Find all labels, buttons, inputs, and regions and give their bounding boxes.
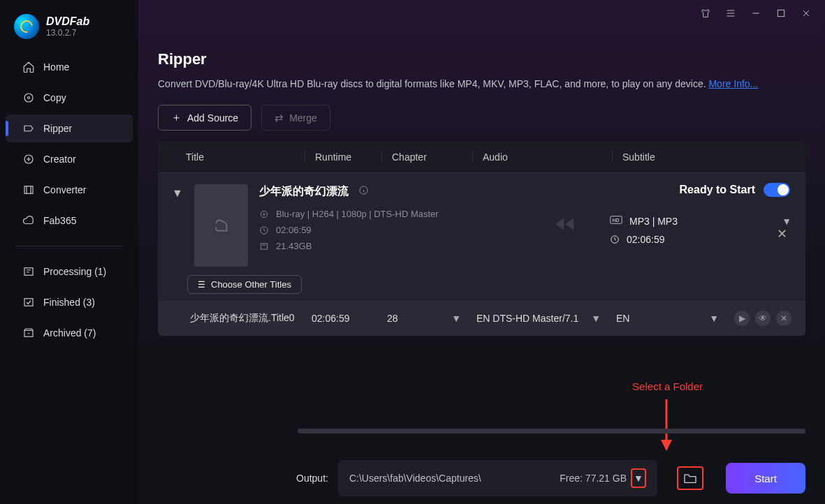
enable-toggle[interactable] bbox=[764, 183, 790, 197]
status-text: Ready to Start bbox=[680, 184, 755, 196]
close-icon[interactable] bbox=[800, 7, 812, 20]
sidebar-label: Creator bbox=[43, 154, 76, 165]
th-runtime: Runtime bbox=[305, 151, 381, 163]
sidebar-item-finished[interactable]: Finished (3) bbox=[6, 288, 133, 316]
plus-icon: ＋ bbox=[171, 111, 182, 124]
sidebar-label: Archived (7) bbox=[43, 327, 96, 339]
cloud-icon bbox=[22, 214, 35, 227]
size: 21.43GB bbox=[276, 241, 312, 251]
maximize-icon[interactable] bbox=[775, 7, 787, 20]
svg-point-9 bbox=[261, 211, 267, 217]
sidebar-label: Fab365 bbox=[43, 215, 76, 226]
output-path-field[interactable]: C:\Users\fab\Videos\Captures\ Free: 77.2… bbox=[338, 460, 657, 496]
svg-rect-4 bbox=[24, 186, 33, 194]
copy-icon bbox=[22, 91, 35, 104]
sidebar-item-archived[interactable]: Archived (7) bbox=[6, 319, 133, 347]
svg-point-10 bbox=[263, 213, 265, 214]
sidebar-label: Home bbox=[43, 61, 69, 73]
sub-runtime: 02:06:59 bbox=[312, 313, 387, 324]
sub-title: 少年派的奇幻漂流.Title0 bbox=[190, 312, 312, 325]
annotation-arrow-icon bbox=[659, 398, 673, 455]
brand-name: DVDFab bbox=[46, 15, 89, 28]
sidebar-label: Processing (1) bbox=[43, 266, 106, 277]
processing-icon bbox=[22, 265, 35, 278]
th-subtitle: Subtitle bbox=[612, 151, 791, 163]
svg-point-2 bbox=[28, 97, 30, 99]
brand-logo-icon bbox=[14, 14, 39, 39]
output-path: C:\Users\fab\Videos\Captures\ bbox=[349, 473, 481, 484]
list-icon: ☰ bbox=[198, 280, 205, 290]
eye-button[interactable]: 👁 bbox=[755, 311, 771, 326]
sidebar-item-copy[interactable]: Copy bbox=[6, 84, 133, 112]
sidebar-item-ripper[interactable]: Ripper bbox=[6, 114, 133, 142]
sidebar-label: Ripper bbox=[43, 123, 72, 134]
storage-icon bbox=[259, 242, 269, 251]
finished-icon bbox=[22, 296, 35, 309]
th-chapter: Chapter bbox=[381, 151, 472, 163]
more-info-link[interactable]: More Info... bbox=[708, 78, 758, 89]
sidebar-item-creator[interactable]: Creator bbox=[6, 145, 133, 173]
sidebar-item-home[interactable]: Home bbox=[6, 53, 133, 81]
sidebar-item-converter[interactable]: Converter bbox=[6, 176, 133, 204]
output-format-dropdown[interactable]: HD MP3 | MP3 ▼ bbox=[610, 215, 791, 227]
sidebar-label: Converter bbox=[43, 184, 86, 195]
page-title: Ripper bbox=[158, 50, 805, 68]
sidebar-item-processing[interactable]: Processing (1) bbox=[6, 258, 133, 286]
merge-button[interactable]: ⇄ Merge bbox=[261, 105, 330, 131]
remove-subrow-button[interactable]: ✕ bbox=[776, 311, 791, 326]
sub-audio-dropdown[interactable]: EN DTS-HD Master/7.1▼ bbox=[476, 313, 616, 324]
expand-toggle[interactable]: ▼ bbox=[172, 184, 183, 200]
merge-icon: ⇄ bbox=[275, 112, 284, 124]
item-title: 少年派的奇幻漂流 bbox=[259, 184, 349, 199]
minimize-icon[interactable] bbox=[750, 7, 762, 20]
browse-folder-button[interactable] bbox=[677, 466, 703, 490]
table-header: Title Runtime Chapter Audio Subtitle bbox=[158, 142, 805, 173]
sub-chapter-dropdown[interactable]: 28▼ bbox=[387, 313, 476, 324]
svg-text:HD: HD bbox=[613, 218, 620, 223]
brand-version: 13.0.2.7 bbox=[46, 28, 89, 38]
page-description: Convert DVD/Blu-ray/4K Ultra HD Blu-ray … bbox=[158, 78, 805, 89]
add-source-button[interactable]: ＋ Add Source bbox=[158, 105, 251, 131]
skin-icon[interactable] bbox=[699, 7, 712, 20]
svg-rect-12 bbox=[261, 243, 267, 249]
output-path-dropdown[interactable]: ▼ bbox=[631, 468, 646, 488]
remove-item-button[interactable]: ✕ bbox=[777, 226, 787, 242]
divider bbox=[15, 246, 123, 246]
free-space: Free: 77.21 GB bbox=[560, 473, 627, 484]
archived-icon bbox=[22, 327, 35, 339]
brand: DVDFab 13.0.2.7 bbox=[0, 10, 138, 52]
info-icon[interactable] bbox=[358, 185, 369, 198]
converter-icon bbox=[22, 184, 35, 196]
sidebar-label: Finished (3) bbox=[43, 297, 95, 308]
choose-other-titles-button[interactable]: ☰ Choose Other Titles bbox=[187, 275, 302, 294]
ripper-icon bbox=[22, 122, 35, 135]
item-row: Ready to Start ▼ 少年派的奇幻漂流 Blu-ray | H264… bbox=[158, 173, 805, 301]
play-preview-button[interactable]: ▶ bbox=[734, 311, 750, 326]
svg-marker-17 bbox=[661, 440, 672, 451]
svg-rect-5 bbox=[24, 268, 33, 276]
creator-icon bbox=[22, 153, 35, 165]
disc-icon bbox=[259, 209, 269, 219]
sidebar-item-fab365[interactable]: Fab365 bbox=[6, 207, 133, 235]
duration: 02:06:59 bbox=[276, 225, 312, 235]
title-subrow: 少年派的奇幻漂流.Title0 02:06:59 28▼ EN DTS-HD M… bbox=[158, 301, 805, 336]
folder-icon bbox=[683, 473, 697, 484]
svg-point-1 bbox=[24, 94, 33, 102]
arrow-icon bbox=[555, 214, 585, 237]
th-audio: Audio bbox=[472, 151, 612, 163]
home-icon bbox=[22, 61, 35, 73]
sidebar-label: Copy bbox=[43, 92, 66, 103]
clock-icon bbox=[259, 225, 269, 235]
svg-rect-0 bbox=[777, 10, 784, 16]
th-title: Title bbox=[172, 151, 305, 163]
thumbnail bbox=[194, 184, 248, 267]
start-button[interactable]: Start bbox=[726, 463, 805, 494]
format-line: Blu-ray | H264 | 1080p | DTS-HD Master bbox=[276, 209, 439, 219]
clock-icon bbox=[610, 235, 620, 244]
horizontal-scrollbar[interactable] bbox=[298, 429, 805, 433]
annotation-text: Select a Folder bbox=[632, 380, 703, 392]
chevron-down-icon: ▼ bbox=[782, 216, 791, 227]
menu-icon[interactable] bbox=[724, 7, 737, 20]
sub-subtitle-dropdown[interactable]: EN▼ bbox=[616, 313, 734, 324]
hd-icon: HD bbox=[610, 215, 622, 227]
